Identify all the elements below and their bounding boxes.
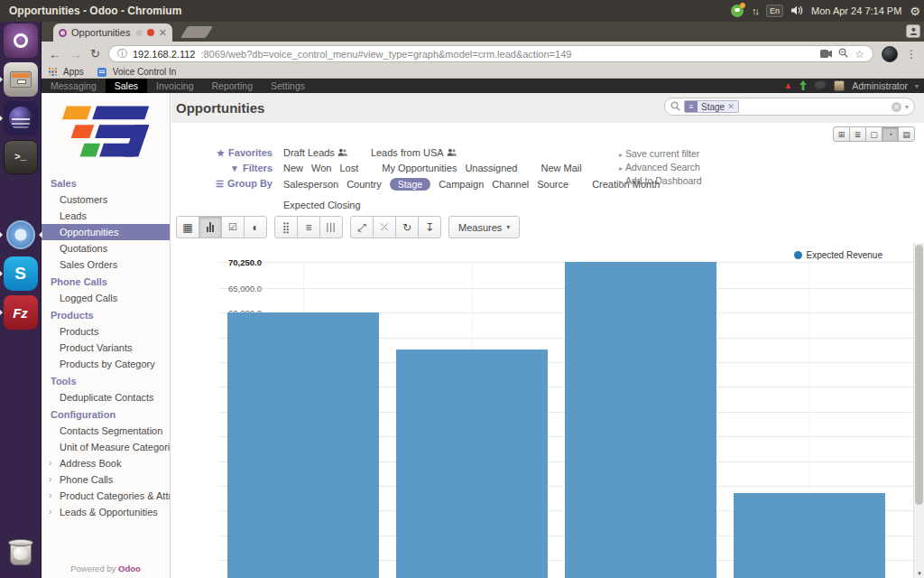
download-button[interactable]: ↧ [418,216,441,238]
user-menu[interactable]: Administrator [852,80,908,91]
filter-my-opportunities[interactable]: My Opportunities [382,163,457,173]
sidebar-item-address-book[interactable]: ›Address Book [42,455,170,471]
back-button[interactable]: ← [49,47,61,61]
browser-menu-icon[interactable]: ⋮ [906,48,917,61]
sidebar-item-product-categories-attri-[interactable]: ›Product Categories & Attri... [42,488,170,504]
sidebar-item-opportunities[interactable]: Opportunities [42,224,170,240]
forward-button[interactable]: → [69,47,82,61]
browser-avatar[interactable] [882,46,898,62]
groupby-channel[interactable]: Channel [492,179,529,190]
list-mode-button[interactable]: ≡ [297,216,320,238]
swap-axes-button[interactable]: ⤫ [373,216,396,238]
url-bar[interactable]: ⓘ 192.168.2.112:8069/web?db=voice_contro… [108,45,873,62]
groupby-country[interactable]: Country [346,179,382,190]
groupby-expected-closing[interactable]: Expected Closing [283,200,361,210]
line-chart-button[interactable]: ☑ [221,216,245,238]
groupby-stage[interactable]: Stage [390,178,430,191]
sidebar-item-product-variants[interactable]: Product Variants [42,340,170,356]
nav-item-sales[interactable]: Sales [106,79,147,93]
media-camera-icon[interactable] [820,49,832,60]
sidebar-item-quotations[interactable]: Quotations [42,240,170,256]
green-arrow-icon[interactable] [799,80,807,92]
filter-new-mail[interactable]: New Mail [541,163,581,173]
groupby-campaign[interactable]: Campaign [439,179,484,190]
bar-chart-button[interactable] [199,216,222,238]
expand-button[interactable]: ⤢ [350,216,374,238]
search-dropdown-icon[interactable]: ▾ [905,103,909,111]
search-facet[interactable]: ≡ Stage✕ [684,100,739,113]
view-graph-button[interactable]: ◔ [882,126,899,142]
chart-bar[interactable] [227,312,379,578]
sidebar-item-deduplicate-contacts[interactable]: Deduplicate Contacts [42,389,170,406]
user-menu-caret-icon[interactable]: ▾ [915,82,919,90]
messages-bubble-icon[interactable] [814,80,827,92]
favorite-filter-leads-from-usa[interactable]: Leads from USA [371,147,457,158]
chart-legend[interactable]: Expected Revenue [794,250,882,260]
sidebar-item-products-by-category[interactable]: Products by Category [42,356,170,372]
groupby-source[interactable]: Source [537,179,568,190]
apps-label[interactable]: Apps [63,67,84,77]
launcher-item-eclipse[interactable] [4,101,38,135]
launcher-item-chromium[interactable] [4,218,38,252]
grid-mode-button[interactable]: ⣿ [274,216,298,238]
launcher-item-skype[interactable]: S [4,256,38,291]
pivot-table-button[interactable]: ▦ [176,216,199,238]
sidebar-item-products[interactable]: Products [42,323,170,340]
launcher-item-ubuntu[interactable] [4,23,38,58]
launcher-item-files[interactable] [4,62,38,97]
groupby-salesperson[interactable]: Salesperson [283,179,338,190]
columns-mode-button[interactable]: ||| [319,216,343,238]
link-add-to-dashboard[interactable]: ▸Add to Dashboard [619,175,702,186]
launcher-item-text-editor[interactable] [4,179,38,213]
tab-close-icon[interactable]: ✕ [159,28,167,38]
chart-bar[interactable] [396,350,548,578]
keyboard-layout-indicator[interactable]: En [766,5,783,17]
odoo-brand-link[interactable]: Odoo [118,564,141,573]
scrollbar-thumb[interactable] [915,245,923,505]
launcher-item-trash[interactable] [4,536,38,570]
filter-lost[interactable]: Lost [339,163,358,173]
nav-item-reporting[interactable]: Reporting [203,79,263,93]
view-list-button[interactable]: ≣ [849,126,866,142]
network-sync-icon[interactable]: ↑↓ [752,5,758,16]
sidebar-item-customers[interactable]: Customers [42,191,170,208]
sidebar-item-phone-calls[interactable]: ›Phone Calls [42,471,170,488]
launcher-item-filezilla[interactable]: Fz [4,295,38,330]
nav-item-settings[interactable]: Settings [262,79,314,93]
zoom-out-icon[interactable] [838,48,848,60]
search-clear-icon[interactable]: ✕ [892,102,901,112]
filters-label[interactable]: ▼Filters [180,163,273,173]
vertical-scrollbar[interactable]: ▾ [913,243,924,578]
bookmark-item[interactable]: Voice Control In [113,67,177,77]
sidebar-item-leads-opportunities[interactable]: ›Leads & Opportunities [42,504,170,520]
facet-remove-icon[interactable]: ✕ [727,102,735,111]
chart-bar[interactable] [734,493,885,578]
browser-tab[interactable]: Opportunities - ✕ [53,23,172,42]
user-avatar[interactable] [834,80,845,91]
link-advanced-search[interactable]: ▸Advanced Search [619,162,702,172]
sidebar-item-contacts-segmentation[interactable]: Contacts Segmentation [42,423,170,439]
new-tab-button[interactable] [180,26,213,38]
refresh-button[interactable]: ↻ [395,216,419,238]
search-input[interactable]: ≡ Stage✕ ✕ ▾ [664,98,915,116]
filter-new[interactable]: New [283,163,303,173]
session-gear-icon[interactable]: ⚙ [910,5,920,18]
filter-unassigned[interactable]: Unassigned [465,163,517,173]
launcher-item-terminal[interactable]: >_ [4,140,38,174]
view-form-button[interactable]: ▢ [865,126,882,142]
reload-button[interactable]: ↻ [90,47,100,61]
browser-profile-button[interactable] [906,24,920,38]
site-info-icon[interactable]: ⓘ [117,47,127,61]
favorite-filter-draft-leads[interactable]: Draft Leads [283,147,347,158]
bookmark-star-icon[interactable]: ☆ [855,48,864,61]
view-calendar-button[interactable]: ▤ [898,126,915,142]
warning-icon[interactable]: ▲ [783,81,792,90]
sidebar-item-sales-orders[interactable]: Sales Orders [42,256,170,273]
volume-icon[interactable] [791,5,803,17]
nav-item-invoicing[interactable]: Invoicing [147,79,202,93]
sidebar-item-unit-of-measure-categories[interactable]: Unit of Measure Categories [42,439,170,455]
clock[interactable]: Mon Apr 24 7:14 PM [811,5,901,16]
chart-bar[interactable] [565,262,716,578]
groupby-label[interactable]: ☰Group By [180,178,273,189]
filter-won[interactable]: Won [311,163,331,173]
